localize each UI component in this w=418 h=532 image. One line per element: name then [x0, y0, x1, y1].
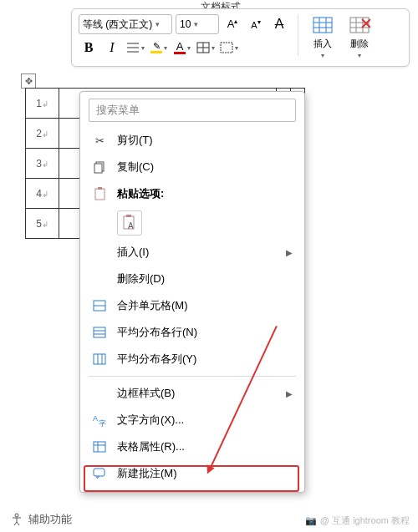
svg-rect-7 — [314, 18, 332, 33]
accessibility-icon — [10, 513, 23, 526]
chevron-right-icon: ▶ — [286, 248, 293, 257]
distribute-cols-icon — [92, 353, 107, 365]
comment-icon — [92, 468, 107, 479]
accessibility-label[interactable]: 辅助功能 — [28, 512, 72, 527]
menu-delete-column[interactable]: 删除列(D) — [80, 266, 304, 292]
align-button[interactable]: ▾ — [125, 38, 145, 58]
merge-cells-icon — [92, 300, 107, 312]
svg-rect-36 — [94, 442, 105, 452]
menu-border-style[interactable]: 边框样式(B) ▶ — [80, 380, 304, 407]
row-number-cell[interactable]: 1↲ — [26, 89, 59, 119]
search-placeholder: 搜索菜单 — [96, 103, 140, 118]
svg-rect-22 — [98, 187, 102, 190]
menu-new-comment[interactable]: 新建批注(M) — [80, 460, 304, 487]
chevron-down-icon: ▾ — [164, 44, 167, 52]
svg-rect-24 — [126, 215, 131, 217]
paste-keep-text-button[interactable]: A — [117, 210, 142, 236]
status-bar: 辅助功能 — [10, 512, 72, 527]
chevron-right-icon: ▶ — [286, 389, 293, 398]
italic-button[interactable]: I — [102, 38, 122, 58]
shading-button[interactable]: ▾ — [219, 38, 239, 58]
paste-option-row: A — [80, 207, 304, 239]
svg-rect-20 — [94, 164, 102, 173]
highlight-button[interactable]: ✎ ▾ — [149, 38, 169, 58]
copy-icon — [92, 161, 107, 174]
svg-rect-31 — [94, 354, 105, 364]
row-number-cell[interactable]: 5↲ — [26, 209, 59, 239]
chevron-down-icon: ▾ — [235, 44, 238, 52]
chevron-down-icon: ▾ — [358, 52, 361, 59]
menu-merge-cells[interactable]: 合并单元格(M) — [80, 292, 304, 319]
chevron-down-icon: ▾ — [187, 44, 191, 52]
svg-rect-28 — [94, 327, 105, 337]
chevron-down-icon: ▾ — [141, 44, 145, 52]
insert-label: 插入 — [314, 38, 332, 50]
table-move-handle[interactable]: ✥ — [21, 73, 36, 89]
insert-table-icon — [312, 16, 334, 36]
font-size-combo[interactable]: 10 ▾ — [176, 14, 219, 34]
row-number-cell[interactable]: 4↲ — [26, 179, 59, 209]
font-name-value: 等线 (西文正文) — [83, 18, 152, 32]
chevron-down-icon: ▾ — [212, 44, 215, 52]
chevron-down-icon: ▾ — [194, 20, 198, 28]
row-number-cell[interactable]: 2↲ — [26, 119, 59, 149]
distribute-rows-icon — [92, 327, 107, 338]
svg-text:字: 字 — [99, 419, 106, 427]
text-direction-icon: A字 — [92, 413, 107, 427]
context-menu: 搜索菜单 ✂ 剪切(T) 复制(C) 粘贴选项: A 插入(I) ▶ 删除列(D… — [79, 91, 305, 493]
svg-rect-39 — [94, 469, 104, 476]
insert-button[interactable]: 插入 ▾ — [307, 14, 339, 61]
svg-rect-6 — [221, 43, 232, 53]
delete-button[interactable]: 删除 ▾ — [344, 14, 375, 61]
menu-table-properties[interactable]: 表格属性(R)... — [80, 433, 304, 460]
font-name-combo[interactable]: 等线 (西文正文) ▾ — [79, 14, 172, 34]
svg-rect-21 — [95, 189, 104, 200]
menu-distribute-rows[interactable]: 平均分布各行(N) — [80, 319, 304, 346]
svg-point-40 — [15, 514, 18, 517]
menu-cut[interactable]: ✂ 剪切(T) — [80, 127, 304, 154]
svg-rect-12 — [350, 18, 369, 33]
menu-distribute-cols[interactable]: 平均分布各列(Y) — [80, 346, 304, 372]
svg-text:A: A — [93, 414, 98, 423]
mini-toolbar: 等线 (西文正文) ▾ 10 ▾ A▴ A▾ A B I ▾ ✎ ▾ A — [71, 8, 410, 67]
shrink-font-button[interactable]: A▾ — [246, 14, 266, 34]
border-button[interactable]: ▾ — [196, 38, 216, 58]
chevron-down-icon: ▾ — [155, 20, 160, 28]
delete-table-icon — [349, 16, 370, 36]
separator — [89, 376, 296, 377]
grow-font-button[interactable]: A▴ — [222, 14, 242, 34]
row-number-cell[interactable]: 3↲ — [26, 149, 59, 179]
font-color-button[interactable]: A ▾ — [172, 38, 192, 58]
clear-format-button[interactable]: A — [269, 14, 289, 34]
delete-label: 删除 — [350, 38, 369, 50]
scissors-icon: ✂ — [92, 134, 107, 147]
font-size-value: 10 — [180, 18, 191, 30]
menu-text-direction[interactable]: A字 文字方向(X)... — [80, 407, 304, 433]
bold-button[interactable]: B — [79, 38, 99, 58]
svg-text:A: A — [128, 221, 134, 231]
menu-paste-header: 粘贴选项: — [80, 180, 304, 207]
watermark: 📷@ 互通 ightroom 教程 — [305, 514, 410, 527]
menu-insert[interactable]: 插入(I) ▶ — [80, 239, 304, 266]
chevron-down-icon: ▾ — [321, 52, 324, 59]
clipboard-icon — [92, 187, 107, 200]
table-properties-icon — [92, 441, 107, 453]
separator — [298, 14, 298, 56]
menu-copy[interactable]: 复制(C) — [80, 154, 304, 180]
menu-search-input[interactable]: 搜索菜单 — [89, 99, 296, 122]
